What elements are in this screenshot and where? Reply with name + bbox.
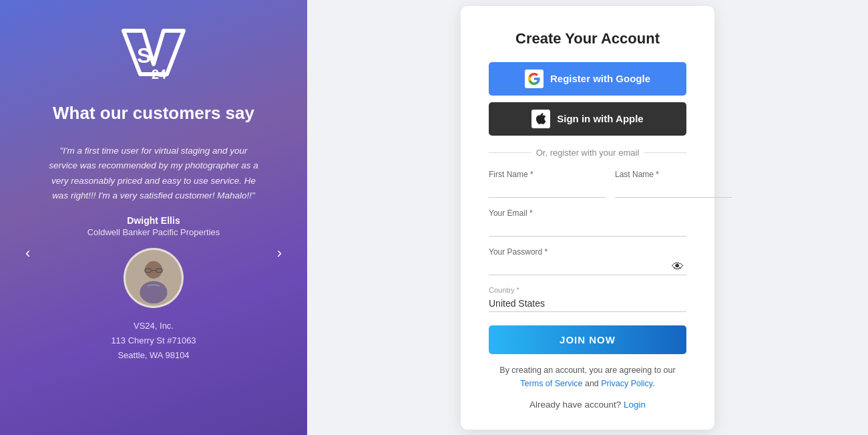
- divider-line-right: [644, 152, 686, 153]
- left-arrow-icon: ‹: [25, 245, 30, 261]
- company-info: VS24, Inc. 113 Cherry St #71063 Seattle,…: [47, 319, 260, 363]
- company-address2: Seattle, WA 98104: [47, 348, 260, 363]
- password-input-wrapper: 👁: [489, 259, 686, 275]
- terms-section: By creating an account, you are agreeing…: [489, 364, 686, 390]
- last-name-label: Last Name *: [615, 170, 732, 179]
- first-name-label: First Name *: [489, 170, 606, 179]
- google-button-label: Register with Google: [550, 73, 650, 84]
- login-prompt: Already have account?: [529, 400, 621, 410]
- apple-signin-button[interactable]: Sign in with Apple: [489, 102, 686, 136]
- reviewer-name: Dwight Ellis: [47, 215, 260, 226]
- password-input[interactable]: [489, 259, 686, 275]
- testimonial-area: ‹ "I'm a first time user for virtual sta…: [27, 144, 280, 363]
- first-name-group: First Name *: [489, 170, 606, 198]
- name-row: First Name * Last Name *: [489, 170, 686, 198]
- registration-card: Create Your Account Register with Google…: [461, 6, 714, 430]
- password-group: Your Password * 👁: [489, 247, 686, 275]
- left-panel: S 24 What our customers say ‹ "I'm a fir…: [0, 0, 307, 435]
- privacy-policy-link[interactable]: Privacy Policy: [601, 379, 652, 388]
- company-name: VS24, Inc.: [47, 319, 260, 333]
- terms-suffix: .: [652, 379, 654, 388]
- google-register-button[interactable]: Register with Google: [489, 62, 686, 96]
- company-address1: 113 Cherry St #71063: [47, 333, 260, 348]
- join-button-label: JOIN NOW: [560, 334, 616, 345]
- svg-text:24: 24: [152, 67, 167, 82]
- divider-line-left: [489, 152, 531, 153]
- apple-icon: [531, 110, 550, 128]
- apple-button-label: Sign in with Apple: [557, 113, 643, 124]
- terms-of-service-link[interactable]: Terms of Service: [520, 379, 582, 388]
- email-label: Your Email *: [489, 208, 686, 218]
- terms-prefix: By creating an account, you are agreeing…: [499, 366, 675, 375]
- country-group: Country * United States: [489, 286, 686, 312]
- last-name-input[interactable]: [615, 181, 732, 198]
- divider-text: Or, register with your email: [536, 148, 640, 158]
- next-arrow-button[interactable]: ›: [272, 239, 287, 267]
- prev-arrow-button[interactable]: ‹: [20, 239, 35, 267]
- last-name-group: Last Name *: [615, 170, 732, 198]
- avatar: [124, 248, 184, 308]
- first-name-input[interactable]: [489, 181, 606, 198]
- terms-and: and: [585, 379, 599, 388]
- card-title: Create Your Account: [489, 30, 686, 47]
- right-arrow-icon: ›: [277, 245, 282, 261]
- password-label: Your Password *: [489, 247, 686, 257]
- right-panel: Create Your Account Register with Google…: [307, 0, 868, 435]
- google-icon: [525, 69, 544, 88]
- country-value: United States: [489, 295, 686, 312]
- email-input[interactable]: [489, 220, 686, 237]
- testimonial-content: "I'm a first time user for virtual stagi…: [27, 144, 280, 363]
- svg-point-4: [145, 261, 162, 279]
- section-title: What our customers say: [53, 103, 254, 124]
- logo-area: S 24: [117, 24, 190, 84]
- country-label: Country *: [489, 286, 686, 294]
- vs24-logo: S 24: [117, 24, 190, 84]
- login-link[interactable]: Login: [624, 400, 646, 410]
- email-group: Your Email *: [489, 208, 686, 237]
- svg-text:S: S: [137, 43, 151, 67]
- testimonial-text: "I'm a first time user for virtual stagi…: [47, 144, 260, 203]
- eye-icon[interactable]: 👁: [672, 260, 684, 274]
- join-now-button[interactable]: JOIN NOW: [489, 325, 686, 354]
- login-section: Already have account? Login: [489, 400, 686, 410]
- email-divider: Or, register with your email: [489, 148, 686, 158]
- avatar-image: [126, 250, 182, 306]
- reviewer-company: Coldwell Banker Pacific Properties: [47, 227, 260, 237]
